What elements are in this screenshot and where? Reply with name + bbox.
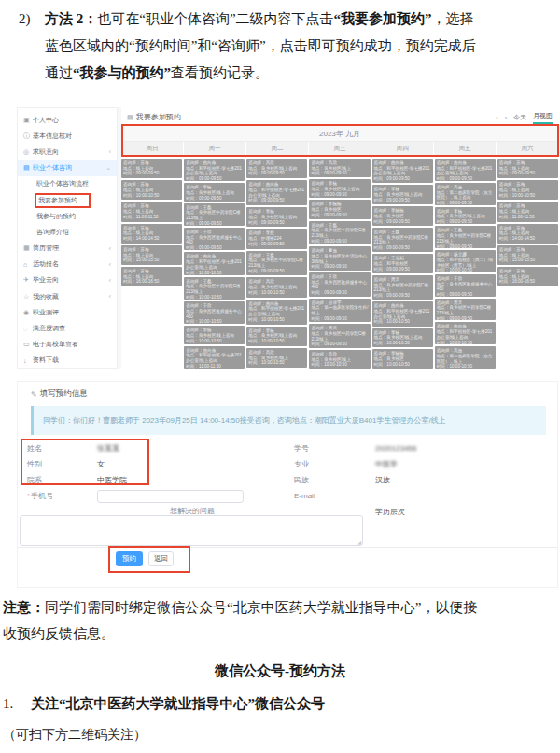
calendar-screenshot: ▣个人中心ⓘ基本信息核对◎求职意向‹▤职业个体咨询⌄职业个体咨询流程我要参加预约… bbox=[17, 107, 560, 369]
field-label: E-mail bbox=[294, 492, 375, 500]
sidebar-item-个人中心[interactable]: ▣个人中心 bbox=[18, 112, 117, 128]
prev-month-button[interactable]: ‹ bbox=[496, 115, 497, 121]
appointment-slot[interactable]: 咨询师：王磊地点：良乡校区中药学院C楼213/线上时间：09:00-09:50 bbox=[372, 228, 433, 252]
appointment-slot[interactable]: 咨询师：李楠地点：良乡校区/线上咨询时间：09:00-09:50 bbox=[184, 183, 245, 201]
appointment-slot[interactable]: 咨询师：李楠地点：良乡校区/线上咨询时间：09:00-09:50 bbox=[309, 179, 370, 198]
appointment-slot[interactable]: 咨询师：苏梅地点：线上咨询时间：10:00-10:50 bbox=[497, 180, 558, 200]
submit-button[interactable]: 预约 bbox=[116, 551, 143, 566]
list-marker: 2) bbox=[19, 6, 45, 33]
appointment-slot[interactable]: 咨询师：王福娟地点：和平街校区时间：09:00-09:50 bbox=[372, 254, 433, 273]
appointment-slot[interactable]: 咨询师：王磊地点：良乡校区中药学院C楼213/线上时间：10:00-10:50 bbox=[184, 277, 245, 300]
appointment-slot[interactable]: 咨询师：曲向薇地点：和平街校区-学七楼201办公室/线上咨询时间：09:00-0… bbox=[435, 159, 496, 181]
appointment-slot[interactable]: 咨询师：曲向薇地点：和平街校区-学七楼201办公室/线上咨询时间：10:00-1… bbox=[435, 322, 496, 344]
appointment-slot[interactable]: 咨询师：苏梅地点：线上咨询时间：10:00-10:50 bbox=[121, 180, 182, 200]
sidebar-item-电子离校单查看[interactable]: ▭电子离校单查看 bbox=[18, 337, 117, 353]
form-field-姓名: 姓名张某某 bbox=[27, 440, 288, 456]
appointment-slot[interactable]: 咨询师：李楠楠地点：良乡校区时间：10:00-10:50 bbox=[372, 349, 433, 369]
appointment-slot[interactable]: 咨询师：苏梅地点：线上咨询时间：09:00-09:50 bbox=[497, 159, 558, 178]
appointment-slot[interactable]: 咨询师：苏梅地点：线上咨询时间：14:00-14:50 bbox=[121, 224, 182, 244]
appointment-slot[interactable]: 咨询师：苏梅地点：线上咨询时间：11:00-11:50 bbox=[121, 202, 182, 221]
appointment-slot[interactable]: 咨询师：赵保宇地点：第一临床医学院学生科/线上时间：09:00-09:50 bbox=[309, 299, 370, 323]
appointment-slot[interactable]: 咨询师：李楠地点：良乡校区/线上咨询时间：10:00-10:50 bbox=[246, 327, 307, 346]
appointment-slot[interactable]: 咨询师：于欣地点：良乡西区教师服务中心460时间：10:00-10:50 bbox=[184, 301, 245, 324]
appointment-slot[interactable]: 咨询师：于欣地点：良乡西区教师服务中心460时间：09:00-09:50 bbox=[435, 274, 496, 297]
appointment-slot[interactable]: 咨询师：曲向薇地点：和平街校区-学七楼201办公室/线上咨询时间：09:00-0… bbox=[372, 159, 433, 183]
appointment-slot[interactable]: 咨询师：曲向薇地点：和平街校区-学七楼201办公室/线上咨询时间：10:00-1… bbox=[184, 252, 245, 274]
sidebar-item-活动报名[interactable]: ⌂活动报名‹ bbox=[18, 257, 117, 272]
appointment-slot[interactable]: 咨询师：周天地点：良乡校区中药学院C楼213/线上时间：09:00-09:50 bbox=[372, 275, 433, 300]
appointment-slot[interactable]: 咨询师：王磊地点：良乡校区中药学院C楼213/线上时间：09:00-09:50 bbox=[435, 226, 496, 248]
appointment-slot[interactable]: 咨询师：苏梅地点：线上咨询时间：16:00-16:50 bbox=[497, 267, 558, 286]
chevron-icon: ‹ bbox=[109, 261, 111, 268]
question-textarea[interactable]: ◢ bbox=[20, 515, 363, 546]
appointment-slot[interactable]: 咨询师：李想地点：护理楼224时间：09:00-09:50 bbox=[246, 229, 307, 248]
appointment-slot[interactable]: 咨询师：于欣地点：良乡西区教师服务中心460时间：09:00-09:50 bbox=[184, 228, 245, 250]
list-item-text: 关注“北京中医药大学就业指导中心”微信公众号 bbox=[31, 696, 325, 711]
sidebar-item-我参与的预约[interactable]: 我参与的预约 bbox=[18, 208, 117, 224]
appointment-slot[interactable]: 咨询师：高欣地点：良乡校区/线上咨询时间：10:00-10:50 bbox=[246, 277, 307, 297]
appointment-slot[interactable]: 咨询师：董嘉地点：良乡校区学生活动中心306/线上时间：09:00-09:50 bbox=[309, 246, 370, 271]
appointment-slot[interactable]: 咨询师：周天地点：良乡校区中药学院C楼213/线上时间：09:00-09:50 bbox=[309, 324, 370, 348]
doc-line: 收预约反馈信息。 bbox=[3, 621, 557, 647]
appointment-slot[interactable]: 咨询师：苏梅地点：线上咨询时间：09:00-09:50 bbox=[121, 159, 182, 178]
appointment-slot[interactable]: 咨询师：苏梅地点：线上咨询时间：16:00-16:50 bbox=[121, 267, 182, 286]
appointment-slot[interactable]: 咨询师：高嘉地点：第二临床医学院（东方医院），线上时间：10:00-10:50 bbox=[435, 346, 496, 369]
appointment-slot[interactable]: 咨询师：李楠地点：良乡校区/线上咨询时间：09:00-09:50 bbox=[246, 207, 307, 227]
appointment-slot[interactable]: 咨询师：苏梅地点：线上咨询时间：11:00-11:50 bbox=[497, 202, 558, 221]
appointment-slot[interactable]: 咨询师：周天地点：良乡校区中药学院C楼213/线上时间：09:00-09:50 bbox=[435, 299, 496, 321]
sidebar-item-label: 职业测评 bbox=[33, 308, 59, 317]
appointment-slot[interactable]: 咨询师：曲向薇地点：和平街校区-学七楼201办公室/线上咨询时间：10:00-1… bbox=[372, 301, 433, 326]
appointment-slot[interactable]: 咨询师：高欣地点：良乡校区/线上时间：10:00-10:50 bbox=[246, 348, 307, 368]
sidebar-item-资料下载[interactable]: ↓资料下载 bbox=[18, 353, 117, 369]
form-left-column: 姓名张某某性别女院系中医学院*手机号 bbox=[27, 440, 288, 504]
appointment-slot[interactable]: 咨询师：苏梅地点：线上咨询时间：15:00-15:50 bbox=[497, 245, 558, 265]
appointment-slot[interactable]: 咨询师：高欣地点：良乡校区/线上咨询时间：09:00-09:50 bbox=[246, 159, 307, 178]
appointment-slot[interactable]: 咨询师：李楠楠地点：良乡校区时间：09:00-09:50 bbox=[372, 206, 433, 226]
weekday-cell: 周五 bbox=[434, 142, 496, 156]
month-view-tab[interactable]: 月视图 bbox=[533, 111, 553, 124]
sidebar-item-满意度调查[interactable]: ◌满意度调查 bbox=[18, 320, 117, 336]
sidebar-item-职业个体咨询流程[interactable]: 职业个体咨询流程 bbox=[18, 176, 117, 192]
weekday-cell: 周六 bbox=[497, 142, 558, 156]
appointment-slot[interactable]: 咨询师：曲向薇地点：和平街校区-学七楼201办公室/线上咨询时间：09:00-0… bbox=[246, 180, 307, 205]
appointment-slot[interactable]: 咨询师：于欣地点：良乡西区教师服务中心460时间：09:00-09:50 bbox=[309, 272, 370, 297]
appointment-slot[interactable]: 咨询师：高欣地点：良乡校区/线上时间：09:00-09:50 bbox=[309, 159, 370, 177]
sidebar-item-咨询师介绍[interactable]: 咨询师介绍 bbox=[18, 224, 117, 240]
resize-handle-icon[interactable]: ◢ bbox=[357, 539, 361, 545]
appointment-slot[interactable]: 咨询师：曲向薇地点：和平街校区-学七楼201办公室/线上咨询时间：11:00-1… bbox=[184, 346, 245, 369]
next-month-button[interactable]: › bbox=[505, 115, 507, 121]
sidebar-item-求职意向[interactable]: ◎求职意向‹ bbox=[18, 144, 117, 160]
appointment-slot[interactable]: 咨询师：杨立娜地点：和平街校区（周二）/良乡校区（周五）/线上时间：10:00-… bbox=[435, 250, 496, 272]
appointment-slot[interactable]: 咨询师：王磊地点：良乡校区中药学院C楼213/线上时间：09:00-09:50 bbox=[184, 203, 245, 226]
appointment-slot[interactable]: 咨询师：曲向薇地点：和平街校区-学七楼201办公室/线上咨询时间：09:00-0… bbox=[184, 159, 245, 181]
appointment-slot[interactable]: 咨询师：李楠楠地点：良乡校区时间：09:00-09:50 bbox=[309, 200, 370, 218]
sidebar-item-我要参加预约[interactable]: 我要参加预约 bbox=[18, 192, 117, 208]
appointment-slot[interactable]: 咨询师：李楠地点：良乡校区/线上咨询时间：10:00-10:50 bbox=[372, 328, 433, 348]
sidebar-item-简历管理[interactable]: ▦简历管理‹ bbox=[18, 241, 117, 257]
appointment-slot[interactable]: 咨询师：李楠地点：良乡校区/线上咨询时间：10:00-10:50 bbox=[184, 326, 245, 343]
target-icon: ◎ bbox=[23, 148, 33, 156]
appointment-slot[interactable]: 咨询师：李楠地点：良乡校区/线上咨询时间：09:00-09:50 bbox=[372, 185, 433, 204]
appointment-slot[interactable]: 咨询师：苏梅地点：线上咨询时间：15:00-15:50 bbox=[121, 245, 182, 265]
sidebar-item-基本信息核对[interactable]: ⓘ基本信息核对 bbox=[18, 128, 117, 144]
today-button[interactable]: 今天 bbox=[513, 113, 526, 122]
sidebar-item-我的收藏[interactable]: ☆我的收藏‹ bbox=[18, 288, 117, 304]
graduation-icon: ✈ bbox=[23, 276, 33, 284]
list-item-1: 1.关注“北京中医药大学就业指导中心”微信公众号 bbox=[3, 695, 557, 713]
appointment-slot[interactable]: 咨询师：高欣地点：良乡校区/线上时间：10:00-10:50 bbox=[309, 350, 370, 369]
sidebar-item-label: 活动报名 bbox=[33, 259, 59, 269]
appointment-slot[interactable]: 咨询师：高嘉地点：第二临床医学院（东方医院），线上咨询时间：09:00-09:5… bbox=[435, 183, 496, 205]
appointment-slot[interactable]: 咨询师：苏梅地点：线上咨询时间：14:00-14:50 bbox=[497, 224, 558, 244]
form-field-手机号: *手机号 bbox=[27, 488, 288, 504]
appointment-slot[interactable]: 咨询师：王磊地点：良乡校区中药学院C楼213/线上时间：09:00-09:50 bbox=[246, 251, 307, 276]
sidebar-item-职业测评[interactable]: ◉职业测评 bbox=[18, 304, 117, 320]
appointment-slot[interactable]: 咨询师：李楠地点：良乡校区/线上咨询时间：09:00-09:50 bbox=[435, 207, 496, 225]
back-button[interactable]: 返回 bbox=[148, 551, 174, 566]
sidebar: ▣个人中心ⓘ基本信息核对◎求职意向‹▤职业个体咨询⌄职业个体咨询流程我要参加预约… bbox=[17, 107, 118, 369]
field-label: 姓名 bbox=[27, 443, 97, 453]
sidebar-item-职业个体咨询[interactable]: ▤职业个体咨询⌄ bbox=[18, 160, 117, 176]
sidebar-item-毕业去向[interactable]: ✈毕业去向‹ bbox=[18, 272, 117, 288]
phone-input[interactable] bbox=[97, 490, 244, 503]
appointment-slot[interactable]: 咨询师：曲向薇地点：和平街校区-学七楼201办公室/线上咨询时间：10:00-1… bbox=[246, 300, 307, 325]
appointment-slot[interactable]: 咨询师：王磊地点：良乡校区中药学院C楼213/线上时间：09:00-09:50 bbox=[309, 221, 370, 245]
